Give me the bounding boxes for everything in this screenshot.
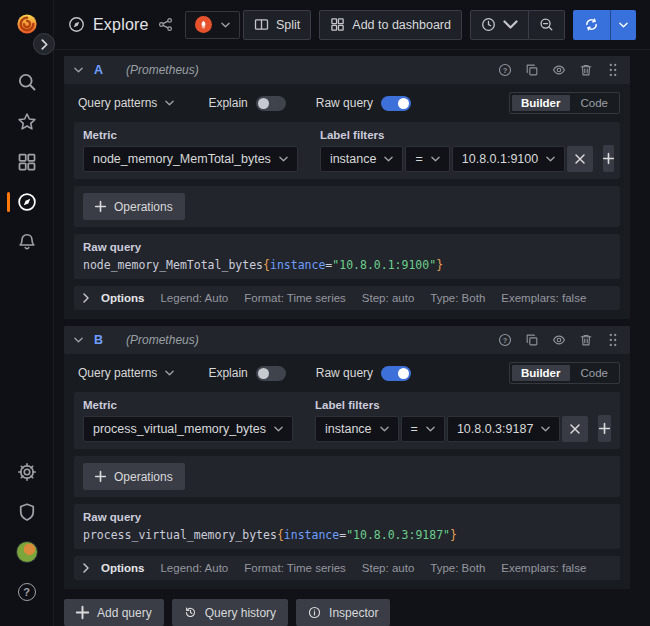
option-legend: Legend: Auto [160, 562, 228, 574]
collapse-chevron-icon[interactable] [74, 67, 83, 73]
operations-row: Operations [74, 456, 620, 497]
raw-query-toggle[interactable] [381, 96, 411, 111]
raw-query-code: process_virtual_memory_bytes{instance="1… [83, 528, 611, 542]
options-collapsed-row[interactable]: Options Legend: Auto Format: Time series… [74, 556, 620, 580]
help-icon: ? [18, 583, 36, 601]
query-panel-a: A (Prometheus) ? [64, 56, 630, 319]
sidebar-item-starred[interactable] [0, 102, 54, 142]
sidebar-item-security[interactable] [0, 492, 54, 532]
query-datasource-label: (Prometheus) [126, 63, 199, 77]
label-filters-field: Label filters instance = [320, 129, 593, 172]
run-options-caret[interactable] [610, 10, 636, 40]
sidebar-item-alerting[interactable] [0, 222, 54, 262]
expand-sidebar-button[interactable] [33, 33, 55, 55]
metric-field: Metric node_memory_MemTotal_bytes [83, 129, 298, 172]
metric-select[interactable]: process_virtual_memory_bytes [83, 416, 293, 442]
explore-compass-icon [68, 16, 85, 33]
query-patterns-button[interactable]: Query patterns [74, 96, 178, 110]
remove-query-trash-icon[interactable] [579, 333, 593, 347]
add-operation-button[interactable]: Operations [83, 463, 185, 490]
query-ref-label: B [94, 333, 103, 347]
compass-icon [17, 192, 37, 212]
plus-icon [95, 471, 106, 482]
sidebar-item-settings[interactable] [0, 452, 54, 492]
history-icon [184, 606, 197, 619]
duplicate-query-icon[interactable] [525, 63, 539, 77]
builder-mode-button[interactable]: Builder [512, 365, 570, 381]
chevron-down-icon [221, 22, 230, 28]
code-mode-button[interactable]: Code [572, 365, 618, 381]
sidebar-item-help[interactable]: ? [0, 572, 54, 612]
code-mode-button[interactable]: Code [572, 95, 618, 111]
add-filter-button[interactable] [603, 145, 614, 172]
sidebar-item-search[interactable] [0, 62, 54, 102]
remove-filter-button[interactable] [562, 416, 588, 442]
split-button[interactable]: Split [243, 10, 311, 40]
add-filter-button[interactable] [598, 415, 611, 442]
share-icon[interactable] [158, 17, 173, 32]
plus-icon [599, 423, 610, 434]
add-query-button[interactable]: Add query [64, 599, 164, 626]
query-actions: ? [498, 333, 620, 347]
filter-operator-select[interactable]: = [405, 146, 449, 172]
add-operation-button[interactable]: Operations [83, 193, 185, 220]
metric-filters-row: Metric process_virtual_memory_bytes Labe… [74, 392, 620, 449]
filter-value-select[interactable]: 10.8.0.3:9187 [447, 416, 560, 442]
remove-query-trash-icon[interactable] [579, 63, 593, 77]
filter-value-select[interactable]: 10.8.0.1:9100 [452, 146, 565, 172]
collapse-chevron-icon[interactable] [74, 337, 83, 343]
raw-query-toggle[interactable] [381, 366, 411, 381]
time-controls [470, 10, 565, 40]
explain-toggle[interactable] [256, 96, 286, 111]
explain-toggle[interactable] [256, 366, 286, 381]
star-icon [17, 112, 37, 132]
builder-mode-button[interactable]: Builder [512, 95, 570, 111]
query-history-button[interactable]: Query history [172, 599, 288, 626]
bell-icon [17, 232, 37, 252]
time-picker-button[interactable] [470, 10, 529, 40]
search-icon [17, 72, 37, 92]
zoom-out-button[interactable] [529, 10, 565, 40]
query-patterns-button[interactable]: Query patterns [74, 366, 178, 380]
filter-operator-select[interactable]: = [401, 416, 445, 442]
secondary-actions: Add query Query history Inspector [64, 599, 630, 626]
query-b-header[interactable]: B (Prometheus) ? [64, 326, 630, 354]
chevron-right-icon [83, 563, 89, 573]
filter-key-select[interactable]: instance [315, 416, 399, 442]
filter-key-select[interactable]: instance [320, 146, 404, 172]
options-collapsed-row[interactable]: Options Legend: Auto Format: Time series… [74, 286, 620, 310]
label-filter: instance = 10.8.0.3:9187 [315, 416, 588, 442]
run-query-button[interactable] [573, 10, 636, 40]
close-icon [570, 424, 580, 434]
drag-handle-icon[interactable] [606, 333, 620, 347]
add-to-dashboard-button[interactable]: Add to dashboard [319, 10, 462, 40]
sidebar-item-explore[interactable] [0, 182, 54, 222]
explain-field: Explain [208, 366, 285, 381]
operations-row: Operations [74, 186, 620, 227]
drag-handle-icon[interactable] [606, 63, 620, 77]
raw-query-code: node_memory_MemTotal_bytes{instance="10.… [83, 258, 611, 272]
plus-icon [76, 606, 89, 619]
main-area: Explore Split [54, 0, 650, 626]
datasource-help-icon[interactable]: ? [498, 333, 512, 347]
raw-query-preview: Raw query node_memory_MemTotal_bytes{ins… [74, 234, 620, 279]
svg-text:?: ? [503, 336, 508, 345]
remove-filter-button[interactable] [567, 146, 593, 172]
avatar [16, 541, 38, 563]
metric-select[interactable]: node_memory_MemTotal_bytes [83, 146, 298, 172]
option-type: Type: Both [430, 292, 485, 304]
duplicate-query-icon[interactable] [525, 333, 539, 347]
grafana-logo-icon[interactable] [15, 12, 39, 36]
grafana-explore-app: ? Explore [0, 0, 650, 626]
query-a-header[interactable]: A (Prometheus) ? [64, 56, 630, 84]
hide-response-eye-icon[interactable] [552, 63, 566, 77]
sidebar-item-profile[interactable] [0, 532, 54, 572]
datasource-picker[interactable] [185, 11, 240, 39]
inspector-button[interactable]: Inspector [296, 599, 390, 626]
info-icon [308, 606, 321, 619]
datasource-help-icon[interactable]: ? [498, 63, 512, 77]
hide-response-eye-icon[interactable] [552, 333, 566, 347]
raw-query-field: Raw query [316, 96, 411, 111]
editor-mode-switch: Builder Code [509, 362, 620, 384]
sidebar-item-dashboards[interactable] [0, 142, 54, 182]
